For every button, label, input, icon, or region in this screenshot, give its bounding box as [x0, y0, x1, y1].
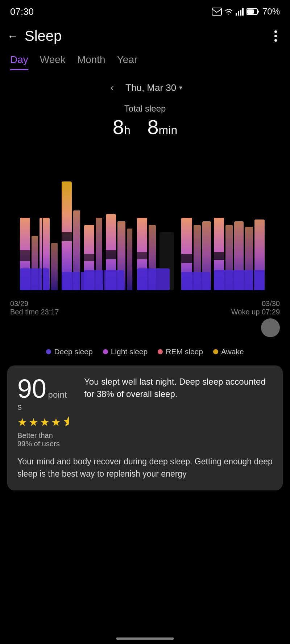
minutes-unit: min: [159, 124, 178, 137]
total-sleep-label: Total sleep: [0, 104, 290, 114]
score-message: You slept well last night. Deep sleep ac…: [84, 376, 273, 400]
total-sleep-section: Total sleep 8h 8min: [0, 99, 290, 142]
date-navigation: ‹ Thu, Mar 30 ▾: [0, 70, 290, 99]
svg-rect-41: [181, 272, 210, 290]
sleep-chart-svg: [0, 145, 290, 297]
sleep-legend: Deep sleep Light sleep REM sleep Awake: [0, 340, 290, 362]
sleep-minutes: 8: [147, 116, 158, 138]
signal-icon: [236, 8, 244, 16]
svg-rect-17: [84, 254, 94, 261]
light-sleep-dot: [103, 349, 108, 354]
rem-sleep-label: REM sleep: [166, 347, 203, 356]
battery-icon: [246, 8, 260, 16]
svg-rect-20: [106, 250, 116, 259]
tabs: Day Week Month Year: [0, 50, 290, 70]
current-date: Thu, Mar 30: [125, 82, 176, 93]
right-time: Woke up 07:29: [231, 308, 280, 316]
score-left: 90 points ★ ★ ★ ★ ⯨ Better than99% of us…: [17, 376, 75, 448]
svg-rect-42: [214, 270, 265, 290]
svg-rect-24: [137, 252, 147, 259]
score-detail: Your mind and body recover during deep s…: [17, 455, 273, 480]
svg-rect-37: [20, 268, 49, 290]
star-3: ★: [40, 416, 50, 428]
battery-label: 70%: [262, 7, 280, 17]
rem-sleep-dot: [158, 349, 163, 354]
status-time: 07:30: [10, 6, 34, 17]
legend-deep-sleep: Deep sleep: [46, 347, 92, 356]
deep-sleep-label: Deep sleep: [54, 347, 92, 356]
svg-rect-38: [62, 272, 87, 290]
page-title: Sleep: [25, 28, 62, 44]
svg-rect-45: [103, 214, 104, 290]
svg-rect-32: [214, 252, 224, 260]
star-1: ★: [17, 416, 27, 428]
chart-label-right: 03/30 Woke up 07:29: [231, 300, 280, 316]
tab-week[interactable]: Week: [40, 54, 66, 70]
svg-rect-3: [240, 10, 241, 16]
svg-rect-14: [62, 232, 72, 241]
more-dot-3: [274, 39, 277, 42]
score-top: 90 points ★ ★ ★ ★ ⯨ Better than99% of us…: [17, 376, 273, 448]
left-time: Bed time 23:17: [10, 308, 59, 316]
svg-rect-44: [80, 210, 81, 290]
score-stars: ★ ★ ★ ★ ⯨: [17, 416, 75, 428]
back-button[interactable]: ←: [7, 30, 18, 42]
status-bar: 07:30 70%: [0, 0, 290, 22]
more-dot-2: [274, 35, 277, 37]
status-icons: 70%: [212, 7, 280, 17]
score-number: 90: [17, 374, 46, 403]
prev-date-button[interactable]: ‹: [108, 79, 117, 96]
legend-rem-sleep: REM sleep: [158, 347, 203, 356]
legend-awake: Awake: [213, 347, 244, 356]
svg-rect-40: [137, 268, 170, 290]
tab-year[interactable]: Year: [117, 54, 138, 70]
svg-rect-46: [132, 218, 133, 290]
svg-rect-49: [253, 219, 254, 290]
legend-light-sleep: Light sleep: [103, 347, 148, 356]
hours-unit: h: [124, 124, 130, 137]
mail-icon: [212, 8, 222, 16]
svg-rect-7: [247, 9, 254, 14]
star-2: ★: [29, 416, 38, 428]
deep-sleep-dot: [46, 349, 51, 354]
svg-rect-6: [257, 11, 259, 13]
tab-month[interactable]: Month: [77, 54, 105, 70]
chart-label-left: 03/29 Bed time 23:17: [10, 300, 59, 316]
svg-rect-28: [181, 254, 192, 263]
top-bar-left: ← Sleep: [7, 28, 62, 44]
scroll-indicator: [0, 316, 290, 340]
svg-rect-4: [242, 8, 244, 16]
score-right: You slept well last night. Deep sleep ac…: [84, 376, 273, 448]
score-card: 90 points ★ ★ ★ ★ ⯨ Better than99% of us…: [7, 365, 283, 490]
svg-rect-0: [212, 8, 221, 15]
svg-rect-43: [42, 218, 43, 290]
home-indicator: [116, 637, 174, 640]
scroll-dot: [261, 318, 280, 337]
sleep-chart: [0, 145, 290, 297]
date-selector[interactable]: Thu, Mar 30 ▾: [125, 82, 182, 93]
star-4: ★: [51, 416, 61, 428]
top-bar: ← Sleep: [0, 22, 290, 50]
svg-rect-12: [51, 243, 58, 290]
svg-rect-47: [178, 218, 179, 290]
left-date: 03/29: [10, 300, 59, 308]
more-button[interactable]: [272, 28, 280, 45]
svg-rect-2: [238, 11, 239, 16]
svg-rect-1: [236, 13, 237, 16]
svg-rect-48: [211, 218, 212, 290]
star-5: ⯨: [62, 416, 73, 428]
right-date: 03/30: [231, 300, 280, 308]
date-dropdown-icon: ▾: [179, 84, 182, 92]
total-sleep-value: 8h 8min: [0, 115, 290, 139]
score-number-group: 90 points: [17, 376, 75, 412]
light-sleep-label: Light sleep: [111, 347, 148, 356]
score-compare: Better than99% of users: [17, 431, 75, 448]
chart-labels: 03/29 Bed time 23:17 03/30 Woke up 07:29: [0, 297, 290, 316]
tab-day[interactable]: Day: [10, 54, 28, 70]
awake-label: Awake: [221, 347, 244, 356]
awake-dot: [213, 349, 218, 354]
sleep-hours: 8: [113, 116, 124, 138]
wifi-icon: [225, 8, 233, 16]
more-dot-1: [274, 30, 277, 33]
svg-rect-9: [20, 250, 30, 261]
